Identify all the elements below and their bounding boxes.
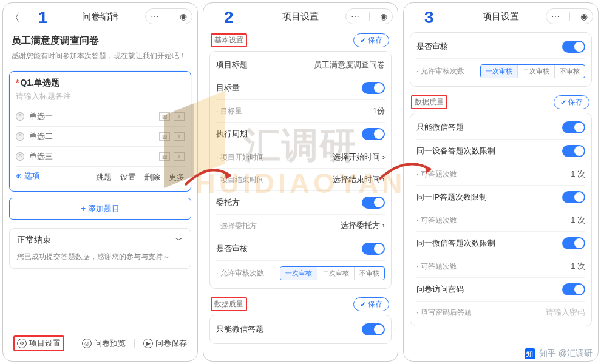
preview-button[interactable]: ◎ 问卷预览 [82, 338, 126, 349]
survey-save-button[interactable]: ▶ 问卷保存 [143, 338, 187, 349]
same-ip-toggle[interactable] [562, 191, 585, 203]
row-value[interactable]: 员工满意度调查问卷 [314, 59, 385, 70]
delegate-toggle[interactable] [362, 197, 385, 209]
audit-segment[interactable]: 一次审核 二次审核 不审核 [480, 64, 585, 78]
gear-icon: ⚙ [17, 339, 27, 348]
password-toggle[interactable] [562, 283, 585, 295]
add-option-button[interactable]: ⊕ 选项 [16, 167, 40, 185]
option-row[interactable]: 单选三 ▧ T [16, 147, 185, 167]
row-label: 同一微信答题次数限制 [416, 238, 495, 249]
text-icon[interactable]: T [174, 132, 185, 141]
settings-card-audit-top: 是否审核 · 允许审核次数 一次审核 二次审核 不审核 [410, 32, 592, 87]
row-label: · 选择委托方 [216, 221, 257, 231]
survey-header: 员工满意度调查问卷 感谢您能有时间参加本次答题，现在就让我们开始吧！ [9, 30, 191, 67]
row-label: 是否审核 [216, 243, 248, 254]
wechat-capsule[interactable]: ⋯ ◉ [546, 8, 593, 24]
more-button[interactable]: 更多 [169, 172, 185, 183]
survey-title: 员工满意度调查问卷 [12, 35, 189, 47]
question-card[interactable]: *Q1.单选题 请输入标题备注 单选一 ▧ T 单选二 ▧ T 单选三 [9, 71, 191, 192]
question-note-input[interactable]: 请输入标题备注 [16, 91, 185, 102]
row-label: 目标量 [216, 83, 240, 93]
row-label: 是否审核 [416, 41, 448, 52]
row-label: · 可答题次数 [416, 261, 457, 272]
nav-title: 问卷编辑 [82, 11, 118, 22]
row-label: 项目标题 [216, 59, 248, 70]
wechat-capsule[interactable]: ⋯ ◉ [145, 8, 192, 24]
settings-card-basic: 项目标题员工满意度调查问卷 目标量 · 目标量1份 执行周期 · 项目开始时间选… [209, 51, 392, 289]
section-data-label: 数据质量 [411, 95, 447, 109]
image-icon[interactable]: ▧ [159, 132, 170, 141]
image-icon[interactable]: ▧ [159, 152, 170, 161]
end-card[interactable]: 正常结束 ﹀ 您已成功提交答题数据，感谢您的参与与支持～ [9, 228, 191, 269]
option-row[interactable]: 单选一 ▧ T [16, 107, 185, 127]
period-toggle[interactable] [362, 128, 385, 140]
row-label: 同一设备答题次数限制 [416, 146, 495, 157]
wechat-only-toggle[interactable] [362, 323, 385, 335]
row-label: 只能微信答题 [416, 122, 464, 133]
start-time-picker[interactable]: 选择开始时间 › [333, 152, 385, 163]
row-label: · 填写密码后答题 [416, 308, 472, 318]
audit-toggle[interactable] [562, 41, 585, 53]
add-question-button[interactable]: + 添加题目 [9, 198, 191, 220]
row-label: · 项目开始时间 [216, 152, 264, 163]
save-button[interactable]: ✔ 保存 [554, 95, 589, 109]
password-input[interactable]: 请输入密码 [546, 307, 585, 318]
skip-button[interactable]: 跳题 [96, 172, 112, 183]
end-title: 正常结束 [17, 235, 51, 246]
end-message: 您已成功提交答题数据，感谢您的参与与支持～ [17, 252, 183, 262]
save-button[interactable]: ✔ 保存 [353, 33, 389, 47]
option-row[interactable]: 单选二 ▧ T [16, 127, 185, 147]
same-wechat-toggle[interactable] [562, 237, 585, 249]
row-value[interactable]: 1 次 [571, 215, 585, 226]
chevron-down-icon[interactable]: ﹀ [175, 235, 183, 246]
row-value[interactable]: 1 次 [571, 169, 585, 180]
question-label: Q1.单选题 [20, 78, 59, 87]
delete-button[interactable]: 删除 [144, 172, 160, 183]
row-label: 只能微信答题 [216, 324, 263, 335]
row-label: 问卷访问密码 [416, 284, 464, 295]
radio-icon[interactable] [16, 112, 24, 121]
step-number-1: 1 [38, 8, 48, 27]
section-data-label: 数据质量 [211, 297, 247, 311]
radio-icon[interactable] [16, 132, 24, 141]
row-label: · 项目结束时间 [216, 175, 264, 185]
nav-title: 项目设置 [483, 11, 519, 22]
same-device-toggle[interactable] [562, 145, 585, 157]
target-qty-toggle[interactable] [362, 82, 385, 94]
zhihu-icon: 知 [525, 348, 535, 359]
bottom-bar: ⚙ 项目设置 ◎ 问卷预览 ▶ 问卷保存 [9, 329, 191, 355]
back-icon[interactable]: 〈 [9, 10, 20, 25]
text-icon[interactable]: T [174, 112, 185, 121]
wechat-only-toggle[interactable] [562, 121, 585, 133]
phone-panel-1: 1 〈 问卷编辑 ⋯ ◉ 员工满意度调查问卷 感谢您能有时间参加本次答题，现在就… [2, 2, 198, 362]
capsule-close-icon[interactable]: ◉ [380, 12, 387, 21]
eye-icon: ◎ [82, 339, 92, 348]
row-label: · 可答题次数 [416, 169, 457, 180]
capsule-close-icon[interactable]: ◉ [580, 12, 588, 21]
navbar: 〈 问卷编辑 ⋯ ◉ [3, 3, 197, 30]
delegate-picker[interactable]: 选择委托方 › [341, 220, 385, 231]
capsule-more-icon[interactable]: ⋯ [351, 12, 359, 21]
capsule-close-icon[interactable]: ◉ [180, 12, 187, 21]
row-label: · 可答题次数 [416, 215, 457, 226]
settings-button[interactable]: 设置 [120, 172, 136, 183]
step-number-3: 3 [424, 8, 434, 27]
project-settings-button[interactable]: ⚙ 项目设置 [13, 335, 64, 351]
row-value[interactable]: 1 次 [571, 261, 585, 272]
image-icon[interactable]: ▧ [159, 112, 170, 121]
step-number-2: 2 [224, 8, 234, 27]
audit-toggle[interactable] [362, 243, 385, 255]
play-icon: ▶ [143, 339, 153, 348]
text-icon[interactable]: T [174, 152, 185, 161]
audit-segment[interactable]: 一次审核 二次审核 不审核 [280, 266, 385, 280]
end-time-picker[interactable]: 选择结束时间 › [333, 174, 385, 185]
capsule-more-icon[interactable]: ⋯ [551, 12, 560, 21]
survey-desc: 感谢您能有时间参加本次答题，现在就让我们开始吧！ [12, 51, 189, 61]
row-value[interactable]: 1份 [373, 106, 385, 116]
wechat-capsule[interactable]: ⋯ ◉ [345, 8, 393, 24]
capsule-more-icon[interactable]: ⋯ [151, 12, 159, 21]
phone-panel-3: 3 项目设置 ⋯ ◉ 是否审核 · 允许审核次数 一次审核 二次审核 不审核 [403, 2, 599, 362]
nav-title: 项目设置 [282, 11, 319, 22]
save-button[interactable]: ✔ 保存 [353, 297, 389, 311]
radio-icon[interactable] [16, 152, 24, 161]
